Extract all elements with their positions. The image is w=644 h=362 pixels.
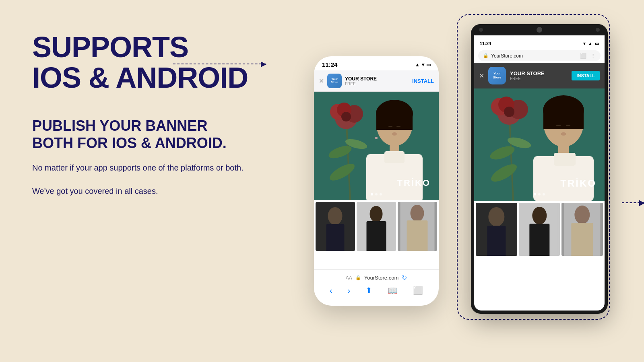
ios-banner-title: YOUR STORE	[345, 76, 409, 82]
svg-rect-41	[543, 111, 584, 129]
ios-forward-icon[interactable]: ›	[348, 286, 351, 295]
svg-rect-44	[554, 153, 576, 166]
android-url-bar[interactable]: 🔒 YourStore.com ⬜ ⋮	[478, 50, 601, 61]
android-grid-item-1	[476, 203, 517, 256]
android-banner-title: YOUR STORE	[510, 70, 568, 76]
ios-app-content: TRİKO	[314, 92, 439, 289]
android-phone-inner: 11:24 ▾ ▲ ▭ 🔒 YourStore.com ⬜ ⋮ ✕	[474, 27, 605, 311]
android-main-camera	[537, 27, 542, 33]
svg-rect-16	[388, 126, 392, 127]
android-product-grid	[474, 201, 605, 257]
svg-point-55	[575, 206, 590, 224]
ios-url: YourStore.com	[364, 275, 399, 281]
android-install-button[interactable]: INSTALL	[572, 71, 600, 80]
svg-rect-53	[529, 224, 549, 256]
ios-address-bar[interactable]: AA 🔒 YourStore.com ↻	[314, 270, 439, 286]
android-carousel-dots	[534, 193, 545, 195]
android-signal-icon: ▲	[588, 41, 592, 46]
android-banner-close[interactable]: ✕	[479, 72, 484, 80]
ios-grid-item-1	[316, 202, 355, 251]
body-text-1: No matter if your app supports one of th…	[32, 162, 266, 174]
svg-point-19	[375, 137, 378, 139]
svg-rect-22	[326, 224, 345, 251]
ios-brand-text: TRİKO	[397, 178, 431, 188]
ios-lock-icon: 🔒	[355, 275, 361, 280]
svg-point-47	[561, 132, 566, 136]
svg-rect-50	[487, 226, 506, 256]
android-wifi-icon: ▾	[583, 41, 586, 46]
android-phone: 11:24 ▾ ▲ ▭ 🔒 YourStore.com ⬜ ⋮ ✕	[471, 24, 608, 314]
android-dot-3	[543, 193, 545, 195]
android-banner-subtitle: FREE	[510, 76, 568, 81]
android-menu-icon[interactable]: ⋮	[590, 53, 596, 59]
ios-reader-mode[interactable]: AA	[346, 275, 352, 281]
android-grid-item-2	[519, 203, 560, 256]
android-app-icon: Your Store	[488, 67, 506, 84]
svg-rect-15	[384, 151, 405, 163]
ios-back-icon[interactable]: ‹	[330, 286, 332, 295]
android-status-icons: ▾ ▲ ▭	[583, 41, 599, 46]
svg-point-21	[328, 207, 343, 225]
ios-share-icon[interactable]: ⬆	[365, 286, 372, 295]
svg-rect-25	[367, 221, 386, 251]
android-banner-info: YOUR STORE FREE	[510, 70, 568, 81]
svg-point-18	[392, 132, 397, 136]
ios-phone: 11:24 ▲ ▾ ▭ ✕ Your Store YOUR STORE FREE	[314, 56, 439, 306]
ios-banner-info: YOUR STORE FREE	[345, 76, 409, 86]
body-text-2: We've got you covered in all cases.	[32, 185, 266, 197]
android-dot-1	[534, 193, 536, 195]
android-status-bar: 11:24 ▾ ▲ ▭	[474, 39, 605, 49]
wifi-icon: ▾	[422, 62, 424, 68]
android-browser-actions: ⬜ ⋮	[580, 53, 596, 59]
svg-point-24	[370, 206, 383, 222]
signal-icon: ▲	[415, 62, 420, 68]
svg-rect-12	[376, 114, 413, 130]
android-battery-icon: ▭	[595, 41, 599, 46]
ios-product-grid	[314, 200, 439, 253]
svg-rect-45	[556, 125, 561, 126]
android-brand-text: TRİKO	[560, 178, 597, 189]
ios-grid-item-2	[357, 202, 396, 251]
ios-bookmarks-icon[interactable]: 📖	[388, 286, 398, 295]
ios-tabs-icon[interactable]: ⬜	[413, 286, 423, 295]
android-grid-item-3	[561, 203, 603, 256]
android-front-camera	[479, 28, 483, 32]
android-tab-count[interactable]: ⬜	[580, 53, 586, 59]
android-smart-banner[interactable]: ✕ Your Store YOUR STORE FREE INSTALL	[474, 63, 605, 88]
ios-refresh-icon[interactable]: ↻	[402, 274, 407, 282]
android-lock-icon: 🔒	[483, 53, 489, 58]
ios-nav-bar: ‹ › ⬆ 📖 ⬜	[314, 286, 439, 295]
ios-status-bar: 11:24 ▲ ▾ ▭	[314, 56, 439, 70]
svg-rect-28	[407, 220, 428, 251]
svg-point-38	[504, 107, 514, 117]
ios-banner-subtitle: FREE	[345, 82, 409, 86]
ios-status-icons: ▲ ▾ ▭	[415, 62, 431, 68]
arrow-from-android	[622, 202, 644, 203]
android-camera-bar	[471, 24, 608, 35]
dot-2	[375, 193, 378, 195]
svg-point-49	[488, 207, 504, 226]
ios-carousel-dots	[371, 193, 382, 195]
svg-point-52	[532, 207, 547, 224]
dot-3	[380, 193, 382, 195]
ios-time: 11:24	[322, 61, 337, 68]
ios-bottom-bar: AA 🔒 YourStore.com ↻ ‹ › ⬆ 📖 ⬜	[314, 269, 439, 306]
ios-install-button[interactable]: INSTALL	[412, 78, 434, 84]
ios-smart-banner[interactable]: ✕ Your Store YOUR STORE FREE INSTALL	[314, 70, 439, 92]
svg-rect-46	[566, 125, 570, 126]
svg-point-27	[411, 205, 424, 222]
main-headline: SUPPORTS iOS & ANDROID	[32, 32, 266, 93]
svg-rect-56	[572, 223, 593, 256]
ios-banner-close[interactable]: ✕	[319, 77, 324, 85]
battery-icon: ▭	[426, 62, 431, 68]
phones-container: 11:24 ▲ ▾ ▭ ✕ Your Store YOUR STORE FREE	[298, 24, 612, 346]
ios-app-icon: Your Store	[327, 74, 342, 88]
android-time: 11:24	[480, 41, 491, 46]
arrow-to-ios	[173, 64, 266, 64]
android-dot-2	[538, 193, 541, 195]
ios-hero-image: TRİKO	[314, 92, 439, 200]
svg-point-9	[341, 112, 351, 121]
left-section: SUPPORTS iOS & ANDROID PUBLISH YOUR BANN…	[32, 32, 266, 208]
dot-1	[371, 193, 373, 195]
android-hero-image: TRİKO	[474, 88, 605, 201]
